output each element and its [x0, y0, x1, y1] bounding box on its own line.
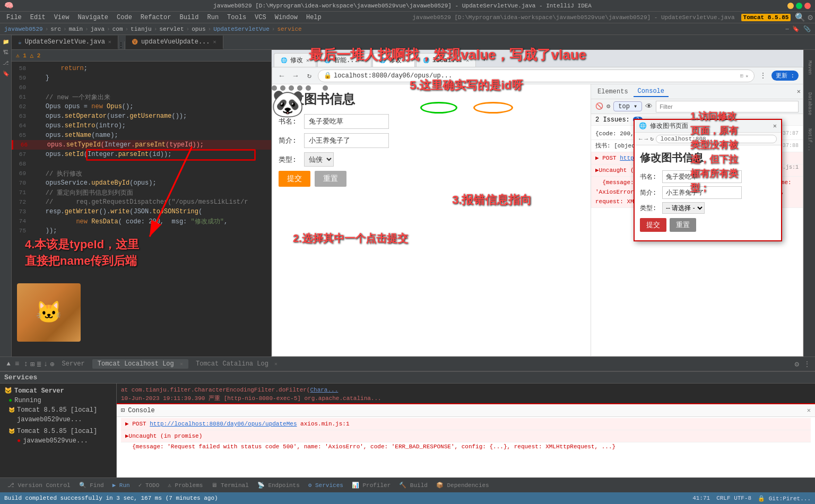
bookmark-icon[interactable]: 🔖 [1, 69, 11, 79]
minimize-button[interactable] [787, 3, 794, 9]
project-icon[interactable]: 📁 [1, 37, 11, 47]
console-title-bar: ⊡ Console ✕ [117, 404, 815, 417]
problems-btn[interactable]: ⚠ Problems [164, 481, 206, 490]
menu-help[interactable]: Help [302, 13, 326, 22]
localhost-log-tab-btn[interactable]: Tomcat Localhost Log ✕ [92, 359, 188, 369]
reset-button[interactable]: 重置 [315, 171, 346, 187]
popup-refresh-btn[interactable]: ↻ [650, 135, 654, 142]
select-type[interactable]: 仙侠 武侠 都市 [304, 152, 334, 167]
menu-edit[interactable]: Edit [26, 13, 50, 22]
console-post-link[interactable]: http://localhost:8080/day06/opus/updateM… [150, 421, 297, 427]
services-icon-5[interactable]: ↓ [44, 360, 48, 368]
encoding-status[interactable]: CRLF UTF-8 [716, 495, 751, 501]
catalina-log-tab-btn[interactable]: Tomcat Catalina Log ✕ [190, 359, 283, 369]
terminal-btn[interactable]: 🖥 Terminal [208, 481, 252, 490]
input-name[interactable] [304, 114, 389, 129]
catalina-log-close[interactable]: ✕ [274, 361, 278, 367]
tab-update-vue[interactable]: 🅥 updateVueUpdate... ✕ [126, 36, 223, 49]
tree-tomcat-local-1[interactable]: 🐱 Tomcat 8.5.85 [local] [0, 405, 116, 415]
menu-file[interactable]: File [2, 13, 26, 22]
find-btn[interactable]: 🔍 Find [76, 481, 107, 490]
popup-back-btn[interactable]: ← [639, 136, 643, 142]
services-icon-2[interactable]: ↕ [23, 360, 28, 368]
popup-forward-btn[interactable]: → [645, 136, 648, 142]
maven-icon[interactable]: Maven [805, 52, 814, 84]
breadcrumb-java[interactable]: java [91, 26, 105, 32]
submit-button[interactable]: 提交 [279, 171, 310, 187]
notification-icon[interactable]: Notif... [805, 124, 814, 156]
breadcrumb-project[interactable]: javaweb0529 [4, 26, 43, 32]
devtools-preserve-icon[interactable]: ⚙ [606, 102, 610, 110]
menu-tools[interactable]: Tools [223, 13, 250, 22]
services-icon-6[interactable]: ⊕ [50, 360, 54, 369]
devtools-tab-elements[interactable]: Elements [593, 87, 632, 97]
url-bar[interactable]: 🔒 localhost:8080/day06/opus/up... ⊞ ★ [318, 69, 755, 82]
breadcrumb-opus[interactable]: opus [192, 26, 205, 32]
todo-btn[interactable]: ✓ TODO [135, 481, 163, 490]
localhost-log-close[interactable]: ✕ [180, 361, 183, 367]
devtools-clear-icon[interactable]: 🚫 [595, 102, 603, 110]
devtools-close-icon[interactable]: ✕ [797, 88, 801, 95]
extensions-button[interactable]: ⋮ [758, 71, 768, 81]
server-tab-btn[interactable]: Server [57, 359, 90, 369]
services-expand-icon[interactable]: ▲ [4, 360, 13, 368]
menu-code[interactable]: Code [112, 13, 136, 22]
breadcrumb-tianju[interactable]: tianju [131, 26, 152, 32]
green-circle-viaue [420, 102, 457, 114]
tab-split-icon[interactable]: ⋮ [118, 41, 125, 49]
tab-close-left[interactable]: ✕ [108, 39, 111, 45]
menu-navigate[interactable]: Navigate [73, 13, 112, 22]
popup-select-type[interactable]: -- 请选择 -- 仙侠 武侠 [662, 202, 705, 214]
devtools-top-dropdown[interactable]: top ▾ [613, 101, 642, 111]
profiler-btn[interactable]: 📊 Profiler [349, 481, 394, 490]
build-btn[interactable]: 🔨 Build [396, 481, 431, 490]
services-settings-icon[interactable]: ⚙ [795, 360, 799, 369]
tree-tomcat-local-2[interactable]: 🐱 Tomcat 8.5.85 [local] [0, 427, 116, 436]
run-btn[interactable]: ▶ Run [109, 481, 133, 490]
dependencies-btn[interactable]: 📦 Dependencies [433, 481, 492, 490]
menu-vcs[interactable]: VCS [250, 13, 271, 22]
tree-tomcat-local-label-2: Tomcat 8.5.85 [local] [17, 428, 97, 435]
popup-title: 修改图书页面 [650, 121, 688, 131]
services-icon-3[interactable]: ⊞ [30, 360, 34, 369]
database-icon[interactable]: Database [805, 88, 814, 120]
menu-run[interactable]: Run [203, 13, 223, 22]
line-col-status[interactable]: 41:71 [692, 495, 710, 501]
breadcrumb-main[interactable]: main [69, 26, 83, 32]
dot-3 [289, 85, 294, 91]
close-button[interactable] [804, 3, 811, 9]
maximize-button[interactable] [796, 3, 802, 9]
menu-build[interactable]: Build [175, 13, 203, 22]
breadcrumb-src[interactable]: src [50, 26, 61, 32]
breadcrumb-method[interactable]: service [277, 26, 301, 32]
breadcrumb-com[interactable]: com [112, 26, 123, 32]
popup-submit-button[interactable]: 提交 [640, 218, 666, 232]
devtools-eye-icon[interactable]: 👁 [645, 102, 653, 111]
structure-icon[interactable]: 🏗 [1, 48, 11, 57]
services-btn[interactable]: ⚙ Services [305, 481, 346, 490]
tree-tomcat-server[interactable]: 🐱 Tomcat Server [0, 386, 116, 396]
input-intro[interactable] [304, 133, 389, 148]
update-button[interactable]: 更新 : [771, 71, 799, 81]
breadcrumb-servlet[interactable]: servlet [159, 26, 184, 32]
devtools-tab-console[interactable]: Console [634, 86, 669, 97]
popup-reset-button[interactable]: 重置 [670, 218, 696, 232]
breadcrumb-class[interactable]: UpdateServletVue [213, 26, 270, 32]
git-icon[interactable]: ⎇ [1, 58, 11, 68]
menu-window[interactable]: Window [271, 13, 302, 22]
settings-icon[interactable]: ⚙ [808, 12, 813, 23]
log-content[interactable]: at com.tianju.filter.CharacterEncodingFi… [117, 384, 815, 403]
version-control-btn[interactable]: ⎇ Version Control [4, 481, 74, 490]
services-icon-1[interactable]: ≡ [15, 360, 19, 368]
console-close-button[interactable]: ✕ [807, 406, 811, 414]
tab-close-right[interactable]: ✕ [213, 39, 216, 45]
tab-update-servlet[interactable]: ☕ UpdateServletVue.java ✕ [12, 36, 118, 49]
git-status[interactable]: 🔒 Git:Piret... [758, 495, 811, 502]
menu-refactor[interactable]: Refactor [136, 13, 176, 22]
services-more-icon[interactable]: ⋮ [803, 360, 811, 369]
endpoints-btn[interactable]: 📡 Endpoints [254, 481, 303, 490]
menu-view[interactable]: View [50, 13, 74, 22]
services-icon-4[interactable]: ≣ [37, 360, 41, 369]
search-icon[interactable]: 🔍 [795, 12, 805, 23]
log-link-1[interactable]: Chara... [310, 387, 338, 393]
